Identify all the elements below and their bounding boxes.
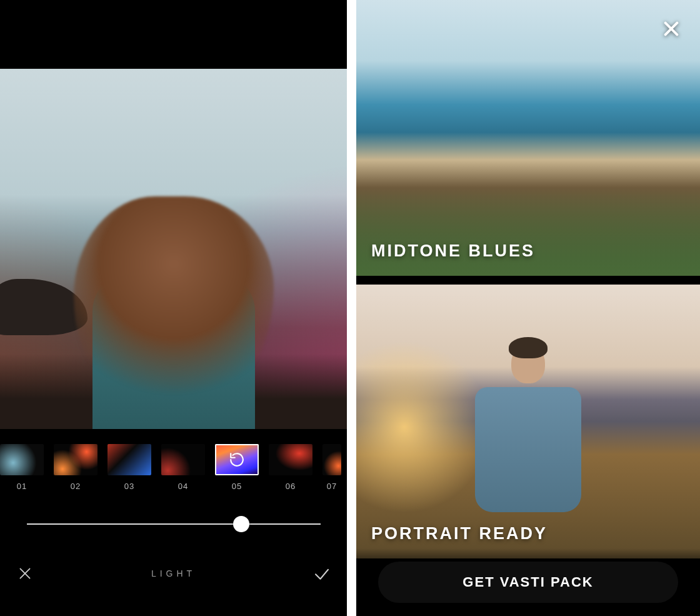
pack-preview-pane: MIDTONE BLUES PORTRAIT READY GET VASTI P… bbox=[356, 0, 700, 616]
editor-topbar bbox=[0, 0, 347, 69]
preview-decor bbox=[475, 345, 581, 513]
filter-label: 01 bbox=[17, 482, 27, 491]
filter-label: 06 bbox=[286, 482, 296, 491]
preset-card-midtone-blues[interactable]: MIDTONE BLUES bbox=[356, 0, 700, 276]
filter-item-06[interactable]: 06 bbox=[269, 444, 312, 491]
editor-bottombar: LIGHT bbox=[0, 550, 347, 613]
preset-card-portrait-ready[interactable]: PORTRAIT READY bbox=[356, 285, 700, 558]
cancel-button[interactable] bbox=[12, 561, 38, 586]
editor-pane: 01 02 03 04 05 bbox=[0, 0, 347, 616]
pane-divider bbox=[347, 0, 356, 616]
filter-thumb[interactable] bbox=[161, 444, 205, 475]
filter-thumb-selected[interactable] bbox=[215, 444, 259, 475]
reset-filter-icon[interactable] bbox=[215, 444, 259, 475]
get-pack-button[interactable]: GET VASTI PACK bbox=[378, 562, 678, 603]
cta-bar: GET VASTI PACK bbox=[356, 548, 700, 616]
slider-thumb[interactable] bbox=[233, 516, 249, 532]
filter-label: 05 bbox=[232, 482, 242, 491]
filter-item-05[interactable]: 05 bbox=[215, 444, 259, 491]
intensity-slider-row bbox=[0, 498, 347, 550]
filter-label: 02 bbox=[71, 482, 81, 491]
filter-thumb[interactable] bbox=[322, 444, 341, 475]
filter-item-02[interactable]: 02 bbox=[54, 444, 98, 491]
filter-thumb[interactable] bbox=[108, 444, 151, 475]
mode-label: LIGHT bbox=[151, 568, 196, 578]
filter-strip[interactable]: 01 02 03 04 05 bbox=[0, 429, 347, 498]
confirm-button[interactable] bbox=[309, 561, 334, 586]
intensity-slider[interactable] bbox=[27, 517, 321, 531]
photo-preview[interactable] bbox=[0, 69, 347, 429]
filter-item-01[interactable]: 01 bbox=[0, 444, 44, 491]
filter-item-03[interactable]: 03 bbox=[108, 444, 151, 491]
filter-item-07[interactable]: 07 bbox=[322, 444, 341, 491]
filter-thumb[interactable] bbox=[0, 444, 44, 475]
filter-label: 07 bbox=[327, 482, 337, 491]
preset-card-title: MIDTONE BLUES bbox=[371, 241, 535, 261]
filter-item-04[interactable]: 04 bbox=[161, 444, 205, 491]
filter-thumb[interactable] bbox=[54, 444, 98, 475]
slider-track bbox=[27, 523, 321, 525]
filter-label: 04 bbox=[178, 482, 188, 491]
close-button[interactable] bbox=[656, 14, 686, 44]
preset-card-title: PORTRAIT READY bbox=[371, 524, 548, 543]
filter-label: 03 bbox=[124, 482, 134, 491]
filter-thumb[interactable] bbox=[269, 444, 312, 475]
